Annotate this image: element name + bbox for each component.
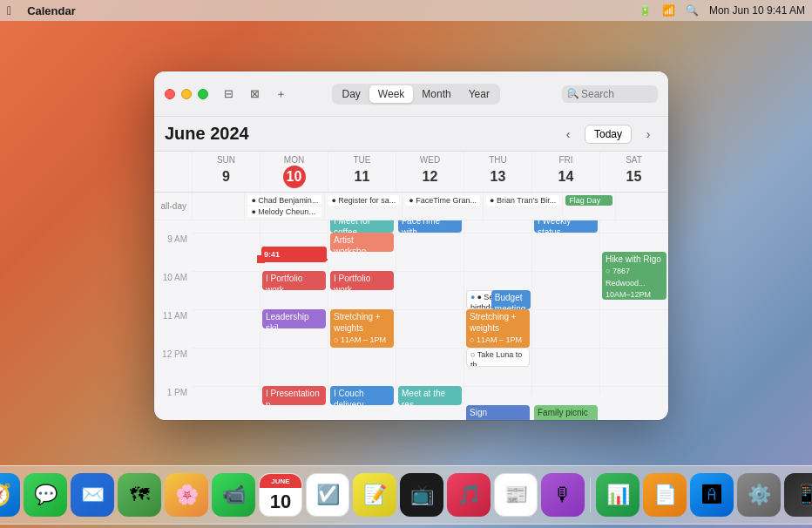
spotlight-icon[interactable]: 🔍 xyxy=(686,4,699,17)
allday-cell-fri[interactable]: Flag Day xyxy=(563,193,615,220)
search-wrapper: 🔍 xyxy=(562,85,658,103)
day-header-sat[interactable]: SAT 15 xyxy=(600,152,668,192)
day-header-wed[interactable]: WED 12 xyxy=(396,152,464,192)
share-button[interactable]: ⊠ xyxy=(245,85,264,104)
event-portfolio-mon[interactable]: I Portfolio work... xyxy=(262,271,326,290)
allday-event-flagday[interactable]: Flag Day xyxy=(565,195,612,206)
day-header-fri[interactable]: FRI 14 xyxy=(532,152,600,192)
dock-separator xyxy=(590,477,591,512)
dock-icon-facetime[interactable]: 📹 xyxy=(212,473,255,517)
titlebar-right: 🔍 xyxy=(562,85,658,103)
time-col-mon[interactable]: 9:41 I Portfolio work... Leadership skil… xyxy=(261,220,328,394)
event-meet-coffee[interactable]: I Meet for coffee xyxy=(330,220,394,233)
day-num-sat: 15 xyxy=(623,166,646,188)
dock-icon-music[interactable]: 🎵 xyxy=(447,473,491,517)
dock-icon-photos[interactable]: 🌸 xyxy=(165,473,208,517)
allday-event-brian[interactable]: ● Brian Tran's Bir... xyxy=(486,195,559,206)
event-presentation-mon[interactable]: I Presentation p... xyxy=(262,386,326,405)
day-name-wed: WED xyxy=(420,155,440,165)
sidebar-toggle-button[interactable]: ⊟ xyxy=(219,85,238,104)
day-name-thu: THU xyxy=(489,155,507,165)
day-headers: SUN 9 MON 10 TUE 11 WED 12 THU 13 FRI 14 xyxy=(154,152,668,193)
allday-cell-tue[interactable]: ● Register for sa... xyxy=(325,193,403,220)
day-header-mon[interactable]: MON 10 xyxy=(261,152,328,192)
event-portfolio-tue[interactable]: I Portfolio work... xyxy=(330,271,394,290)
week-view-button[interactable]: Week xyxy=(369,85,413,103)
maximize-button[interactable] xyxy=(198,89,208,99)
time-label-8am xyxy=(154,220,193,233)
dock-icon-calendar[interactable]: JUNE 10 xyxy=(259,473,302,517)
view-toggle: Day Week Month Year xyxy=(332,84,500,105)
dock-icon-reminders[interactable]: ☑️ xyxy=(306,473,349,517)
year-view-button[interactable]: Year xyxy=(460,85,498,103)
time-label-11am: 11 AM xyxy=(154,309,193,348)
prev-button[interactable]: ‹ xyxy=(558,125,578,144)
allday-event-melody[interactable]: ● Melody Cheun... xyxy=(247,206,321,217)
dock-icon-messages[interactable]: 💬 xyxy=(24,473,67,517)
day-num-fri: 14 xyxy=(555,166,578,188)
time-label-12pm: 12 PM xyxy=(154,348,193,386)
dock-icon-appstore[interactable]: 🅰 xyxy=(690,473,734,517)
dock-icon-podcasts[interactable]: 🎙 xyxy=(541,473,585,517)
event-budget[interactable]: Budget meeting xyxy=(491,290,531,309)
today-button[interactable]: Today xyxy=(585,125,632,144)
apple-menu[interactable]:  xyxy=(7,3,11,17)
dock-icon-news[interactable]: 📰 xyxy=(494,473,538,517)
event-luna[interactable]: ○ Take Luna to th... xyxy=(466,348,530,367)
event-sign-language[interactable]: Sign Language Club○ 12–2PM xyxy=(466,405,530,420)
dock-icon-notes[interactable]: 📝 xyxy=(353,473,396,517)
dock-icon-numbers[interactable]: 📊 xyxy=(596,473,639,517)
dock-icon-maps[interactable]: 🗺 xyxy=(118,473,161,517)
event-stretching-thu[interactable]: Stretching + weights○ 11AM – 1PM xyxy=(466,309,530,348)
time-col-fri[interactable]: I Weekly status Family picnic○ 12–2PM ● … xyxy=(532,220,600,394)
day-header-tue[interactable]: TUE 11 xyxy=(328,152,396,192)
event-couch-delivery[interactable]: I Couch delivery xyxy=(330,386,394,405)
time-col-thu[interactable]: ● Send birthday... Stretching + weights○… xyxy=(464,220,532,394)
allday-cell-sat[interactable] xyxy=(616,193,668,220)
allday-cell-thu[interactable]: ● Brian Tran's Bir... xyxy=(484,193,563,220)
event-artist-workshop[interactable]: Artist worksho... xyxy=(330,233,394,252)
day-name-sun: SUN xyxy=(217,155,235,165)
month-view-button[interactable]: Month xyxy=(413,85,459,103)
event-leadership[interactable]: Leadership skil... xyxy=(262,309,326,328)
time-grid[interactable]: 9 AM 10 AM 11 AM 12 PM 1 PM 2 PM 3 PM 4 … xyxy=(154,220,668,420)
window-titlebar: ⊟ ⊠ ＋ Day Week Month Year 🔍 xyxy=(154,71,668,117)
day-header-thu[interactable]: THU 13 xyxy=(464,152,532,192)
event-meet-res[interactable]: Meet at the res... xyxy=(398,386,462,405)
day-name-sat: SAT xyxy=(626,155,642,165)
event-facetime-wed[interactable]: FaceTime with... xyxy=(398,220,462,233)
dock-icon-safari[interactable]: 🧭 xyxy=(0,473,20,517)
dock-icon-pages[interactable]: 📄 xyxy=(643,473,687,517)
minimize-button[interactable] xyxy=(181,89,192,99)
dock-icon-iphone[interactable]: 📱 xyxy=(784,473,812,517)
event-family-picnic[interactable]: Family picnic○ 12–2PM xyxy=(534,405,598,420)
allday-cell-wed[interactable]: ● FaceTime Gran... xyxy=(403,193,484,220)
allday-event-register[interactable]: ● Register for sa... xyxy=(328,195,399,206)
event-hike[interactable]: Hike with Rigo○ 7867 Redwood...10AM–12PM xyxy=(602,252,667,300)
event-weekly-status[interactable]: I Weekly status xyxy=(534,220,598,233)
time-col-sat[interactable]: Hike with Rigo○ 7867 Redwood...10AM–12PM xyxy=(600,220,668,394)
time-col-sun[interactable] xyxy=(193,220,261,394)
day-header-sun[interactable]: SUN 9 xyxy=(193,152,261,192)
dock-icon-mail[interactable]: ✉️ xyxy=(71,473,114,517)
event-stretching-tue[interactable]: Stretching + weights○ 11AM – 1PM xyxy=(330,309,394,348)
time-col-wed[interactable]: FaceTime with... Meet at the res... Team… xyxy=(396,220,464,394)
dock-icon-appletv[interactable]: 📺 xyxy=(400,473,443,517)
dock-icon-settings[interactable]: ⚙️ xyxy=(737,473,781,517)
day-num-sun: 9 xyxy=(215,166,238,188)
allday-row: all-day ● Chad Benjamin... ● Melody Cheu… xyxy=(154,193,668,220)
allday-event-facetime[interactable]: ● FaceTime Gran... xyxy=(405,195,480,206)
allday-label: all-day xyxy=(154,193,193,220)
allday-cell-mon[interactable]: ● Chad Benjamin... ● Melody Cheun... xyxy=(245,193,325,220)
time-col-tue[interactable]: I Meet for coffee Artist worksho... I Po… xyxy=(328,220,396,394)
next-button[interactable]: › xyxy=(639,125,658,144)
day-num-mon: 10 xyxy=(283,166,306,188)
allday-cell-sun[interactable] xyxy=(193,193,245,220)
app-name-menu[interactable]: Calendar xyxy=(27,4,76,17)
add-event-button[interactable]: ＋ xyxy=(271,85,290,104)
close-button[interactable] xyxy=(165,89,175,99)
day-view-button[interactable]: Day xyxy=(334,85,369,103)
window-controls xyxy=(165,89,208,99)
allday-event-chad[interactable]: ● Chad Benjamin... xyxy=(247,195,321,206)
titlebar-controls: ⊟ ⊠ ＋ xyxy=(219,85,290,104)
